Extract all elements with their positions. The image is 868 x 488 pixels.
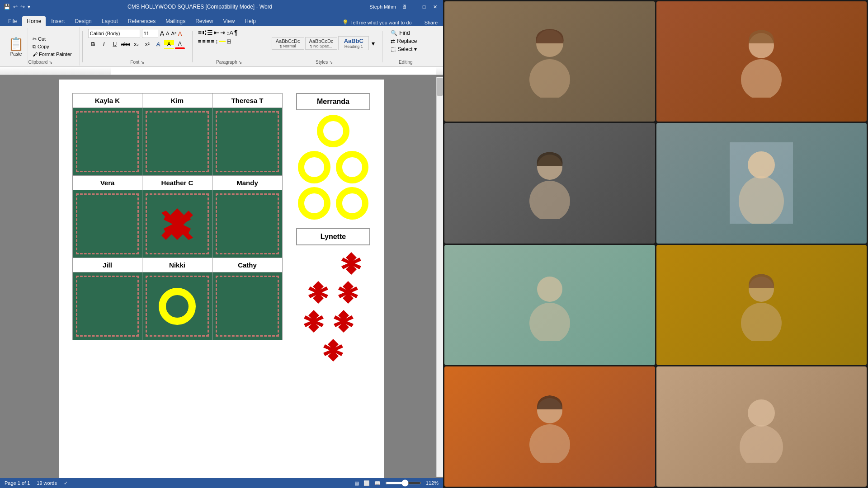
title-bar: 💾 ↩ ↪ ▾ CMS HOLLYWOOD SQUARES [Compatibi… [0,0,443,14]
o-score-5 [336,187,368,220]
clear-format-btn[interactable]: A [178,30,182,37]
justify-btn[interactable]: ≡ [211,38,215,45]
video-tile-7[interactable] [444,366,655,487]
paste-btn[interactable]: 📋 Paste [5,28,28,65]
styles-more-btn[interactable]: ▾ [370,38,377,49]
align-left-btn[interactable]: ≡ [198,38,202,45]
tab-design[interactable]: Design [70,16,96,26]
video-tile-2[interactable] [656,1,867,122]
video-tile-5[interactable] [444,245,655,365]
font-size-input[interactable] [142,29,158,38]
italic-btn[interactable]: I [99,40,109,49]
maximize-btn[interactable]: □ [420,2,429,11]
cell-theresa[interactable] [212,108,283,176]
cell-nikki[interactable] [142,272,212,340]
minimize-btn[interactable]: ─ [409,2,418,11]
text-effects-btn[interactable]: A [153,40,163,49]
bullets-btn[interactable]: ≡ [198,29,202,36]
video-tile-6[interactable] [656,245,867,365]
superscript-btn[interactable]: x² [142,40,152,49]
line-spacing-btn[interactable]: ↕ [215,38,218,45]
zoom-slider[interactable] [385,482,421,484]
copy-btn[interactable]: ⧉ Copy [31,43,74,50]
o-score-2 [298,151,330,183]
video-tile-4[interactable] [656,123,867,243]
cell-jill[interactable] [72,272,142,340]
tab-view[interactable]: View [219,16,240,26]
hs-layout: Kayla K Kim Theresa T [72,93,371,366]
cell-kim[interactable] [142,108,212,176]
strikethrough-btn[interactable]: abc [121,40,131,49]
video-tile-1[interactable] [444,1,655,122]
tab-mailings[interactable]: Mailings [161,16,190,26]
sort-btn[interactable]: ↕A [226,29,233,36]
x-score-1 [338,250,365,277]
style-heading1[interactable]: AaBbC Heading 1 [338,36,369,50]
cell-cathy[interactable] [212,272,283,340]
tab-layout[interactable]: Layout [97,16,123,26]
tab-insert[interactable]: Insert [47,16,69,26]
bold-btn[interactable]: B [88,40,98,49]
underline-btn[interactable]: U [110,40,120,49]
sep4 [382,31,382,62]
font-color-btn[interactable]: A [175,40,185,49]
select-btn[interactable]: ⬚ Select ▾ [389,45,422,53]
show-formatting-btn[interactable]: ¶ [234,29,238,36]
monitor-icon[interactable]: 🖥 [401,4,407,10]
font-name-input[interactable] [88,29,140,38]
borders-btn[interactable]: ⊞ [226,38,231,45]
os-row1 [317,115,349,147]
header-mandy: Mandy [212,176,283,190]
xs-row4 [320,337,347,364]
cell-vera[interactable] [72,190,142,258]
replace-btn[interactable]: ⇄ Replace [389,37,422,45]
os-row3 [298,187,368,220]
undo-btn[interactable]: ↩ [13,4,18,10]
close-btn[interactable]: ✕ [430,2,439,11]
shading-btn[interactable] [219,41,226,42]
cut-btn[interactable]: ✂ Cut [31,36,74,42]
title-bar-right: Steph Mihm 🖥 ─ □ ✕ [369,2,439,11]
tab-review[interactable]: Review [191,16,217,26]
tab-help[interactable]: Help [240,16,260,26]
grow-font-btn[interactable]: A [160,30,164,37]
tab-references[interactable]: References [123,16,160,26]
font-row2: B I U abc x₂ x² A A A [88,40,187,49]
paragraph-group: ≡ ⑆ ☰ ⇤ ⇥ ↕A ¶ ≡ ≡ ≡ ≡ ↕ ⊞ Paragraph ↘ [195,27,263,66]
numbering-btn[interactable]: ⑆ [203,29,206,36]
video-tile-8[interactable] [656,366,867,487]
scrollbar[interactable] [436,77,443,477]
increase-indent-btn[interactable]: ⇥ [220,29,226,36]
share-btn[interactable]: Share [421,19,441,26]
find-btn[interactable]: 🔍 Find [389,29,422,37]
tab-home[interactable]: Home [22,16,46,26]
align-center-btn[interactable]: ≡ [202,38,206,45]
video-tile-3[interactable] [444,123,655,243]
decrease-indent-btn[interactable]: ⇤ [214,29,219,36]
hs-row3-headers: Jill Nikki Cathy [72,258,283,272]
svg-point-23 [748,399,775,427]
tab-file[interactable]: File [4,16,21,26]
text-highlight-btn[interactable]: A [164,40,174,49]
view-read-btn[interactable]: 📖 [374,480,381,486]
change-case-btn[interactable]: Aᵃ [171,31,176,37]
font-group-label: Font ↘ [85,60,189,65]
multilevel-btn[interactable]: ☰ [207,29,213,36]
cell-kayla[interactable] [72,108,142,176]
align-right-btn[interactable]: ≡ [207,38,210,45]
status-right: ▤ ⬜ 📖 112% [354,480,439,486]
view-normal-btn[interactable]: ▤ [354,480,359,486]
x-score-5 [330,308,357,335]
style-normal[interactable]: AaBbCcDc ¶ Normal [272,37,304,50]
redo-btn[interactable]: ↪ [20,4,25,10]
format-painter-btn[interactable]: 🖌 Format Painter [31,51,74,57]
shrink-font-btn[interactable]: A [166,31,169,36]
person-silhouette-1 [523,25,577,98]
x-score-4 [300,308,327,335]
style-no-space[interactable]: AaBbCcDc ¶ No Spac... [305,37,338,50]
subscript-btn[interactable]: x₂ [132,40,142,49]
view-web-btn[interactable]: ⬜ [363,480,370,486]
cell-mandy[interactable] [212,190,283,258]
cell-heatherc[interactable] [142,190,212,258]
tell-me-box[interactable]: 💡 Tell me what you want to do [339,19,415,26]
